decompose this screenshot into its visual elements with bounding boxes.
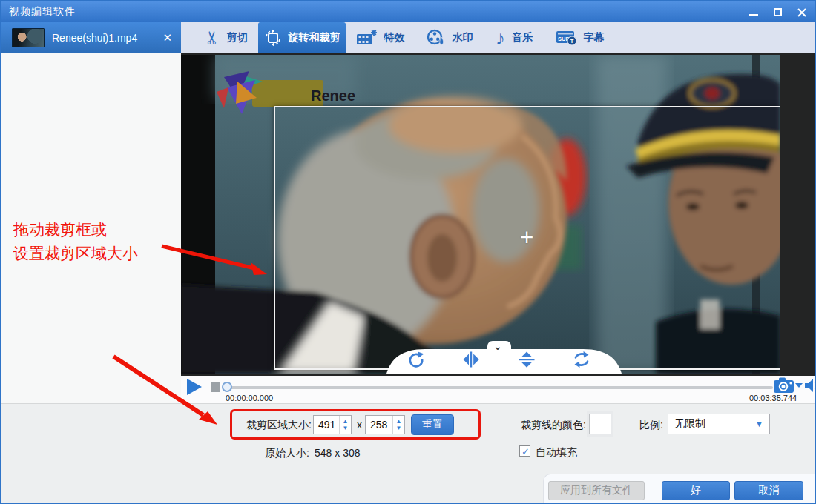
snapshot-camera-button[interactable] [773, 377, 795, 394]
seek-bar[interactable] [227, 386, 773, 389]
ratio-value: 无限制 [668, 417, 755, 431]
video-frame: Renee + ⌄ [181, 55, 780, 374]
cancel-button[interactable]: 取消 [734, 481, 803, 500]
maximize-button[interactable] [771, 6, 783, 18]
snapshot-dropdown-icon[interactable] [795, 383, 803, 388]
crop-width-input[interactable]: 491 ▲ ▼ [313, 415, 352, 434]
window-title: 视频编辑软件 [9, 5, 76, 19]
autofill-checkbox[interactable]: ✓ [519, 445, 530, 457]
file-thumbnail [12, 28, 45, 47]
minimize-icon [749, 14, 758, 16]
ok-button[interactable]: 好 [662, 481, 730, 500]
tab-effects[interactable]: 特效 [346, 22, 415, 53]
original-size-label: 原始大小: [265, 447, 309, 460]
renee-watermark-text: Renee [300, 87, 366, 105]
line-color-label: 裁剪线的颜色: [521, 419, 586, 432]
tab-watermark[interactable]: 水印 [415, 22, 484, 53]
width-spin-down-icon[interactable]: ▼ [343, 425, 349, 431]
dropdown-arrow-icon: ▼ [755, 420, 763, 428]
playback-bar: 00:00:00.000 00:03:35.744 [181, 376, 816, 403]
height-spin-up-icon[interactable]: ▲ [396, 418, 402, 425]
ratio-dropdown[interactable]: 无限制 ▼ [668, 414, 770, 434]
autofill-label: 自动填充 [536, 446, 577, 460]
reset-button[interactable]: 重置 [411, 414, 454, 435]
crop-height-input[interactable]: 258 ▲ ▼ [365, 415, 405, 434]
chevron-down-icon[interactable]: ⌄ [493, 340, 502, 352]
crop-settings-panel: 裁剪区域大小: 491 ▲ ▼ x 258 ▲ ▼ 重置 原始大小: 548 x… [1, 403, 816, 504]
crop-size-label: 裁剪区域大小: [246, 419, 312, 432]
close-icon [797, 7, 806, 17]
close-button[interactable] [795, 6, 807, 18]
times-separator: x [357, 419, 362, 431]
ratio-label: 比例: [639, 419, 663, 432]
tab-music[interactable]: ♪ 音乐 [484, 22, 544, 53]
check-icon: ✓ [521, 446, 530, 457]
annotation-text: 拖动裁剪框或 设置裁剪区域大小 [13, 218, 138, 265]
video-region: Renee + ⌄ [181, 53, 816, 376]
rotate-clockwise-button[interactable] [407, 351, 424, 368]
rotate-both-button[interactable] [573, 351, 590, 368]
main-toolbar: ✂ 剪切 旋转和裁剪 [181, 22, 816, 53]
watermark-icon [427, 29, 446, 47]
seek-handle[interactable] [222, 382, 232, 392]
volume-icon[interactable] [804, 378, 816, 393]
height-spin-down-icon[interactable]: ▼ [396, 425, 402, 431]
crop-line-color-swatch[interactable] [589, 414, 611, 434]
current-time: 00:00:00.000 [226, 394, 273, 402]
file-tab[interactable]: Renee(shui)1.mp4 ✕ [1, 22, 181, 53]
tab-rotate-crop[interactable]: 旋转和裁剪 [258, 22, 346, 53]
svg-text:T: T [570, 38, 573, 44]
minimize-button[interactable] [748, 6, 760, 18]
total-time: 00:03:35.744 [749, 394, 797, 402]
file-close-icon[interactable]: ✕ [162, 31, 172, 44]
rotate-crop-icon [264, 29, 282, 47]
tab-subtitles[interactable]: SUB T 字幕 [544, 22, 616, 53]
file-name: Renee(shui)1.mp4 [52, 32, 162, 44]
flip-horizontal-button[interactable] [462, 351, 480, 368]
title-bar: 视频编辑软件 [1, 1, 815, 22]
stop-button[interactable] [211, 382, 220, 392]
crosshair-icon: + [516, 226, 538, 248]
subtitles-icon: SUB T [556, 29, 577, 47]
maximize-icon [774, 8, 782, 16]
flip-vertical-button[interactable] [518, 351, 536, 368]
rotate-controls-panel: ⌄ [376, 341, 632, 374]
music-icon: ♪ [496, 28, 505, 47]
width-spin-up-icon[interactable]: ▲ [343, 418, 349, 425]
scissors-icon: ✂ [203, 30, 221, 45]
apply-all-button[interactable]: 应用到所有文件 [548, 481, 645, 500]
left-panel: 拖动裁剪框或 设置裁剪区域大小 [1, 53, 181, 403]
effects-icon [357, 29, 378, 47]
tab-cut[interactable]: ✂ 剪切 [194, 22, 258, 53]
app-window: 视频编辑软件 Renee(shui)1.mp4 ✕ ✂ 剪切 [0, 0, 816, 504]
play-button[interactable] [187, 379, 202, 395]
original-size-value: 548 x 308 [315, 447, 361, 459]
